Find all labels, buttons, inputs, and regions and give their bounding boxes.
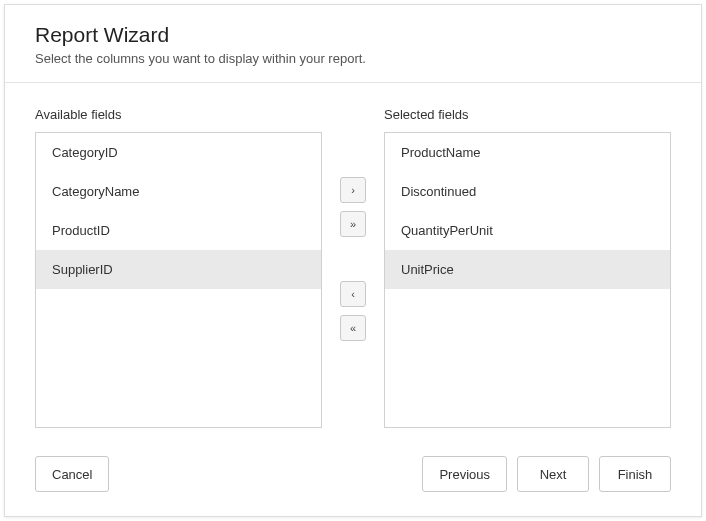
selected-column: Selected fields ProductNameDiscontinuedQ… [384,107,671,428]
dialog-subtitle: Select the columns you want to display w… [35,51,671,66]
add-all-button[interactable]: » [340,211,366,237]
available-item[interactable]: CategoryID [36,133,321,172]
mover-buttons-column: › » ‹ « [322,107,384,428]
available-column: Available fields CategoryIDCategoryNameP… [35,107,322,428]
remove-all-button[interactable]: « [340,315,366,341]
selected-item[interactable]: Discontinued [385,172,670,211]
selected-item[interactable]: UnitPrice [385,250,670,289]
selected-fields-listbox[interactable]: ProductNameDiscontinuedQuantityPerUnitUn… [384,132,671,428]
selected-item[interactable]: QuantityPerUnit [385,211,670,250]
add-button[interactable]: › [340,177,366,203]
dialog-content: Available fields CategoryIDCategoryNameP… [5,83,701,438]
report-wizard-dialog: Report Wizard Select the columns you wan… [4,4,702,517]
selected-item[interactable]: ProductName [385,133,670,172]
dialog-header: Report Wizard Select the columns you wan… [5,5,701,83]
finish-button[interactable]: Finish [599,456,671,492]
dialog-title: Report Wizard [35,23,671,47]
selected-fields-label: Selected fields [384,107,671,122]
previous-button[interactable]: Previous [422,456,507,492]
remove-button[interactable]: ‹ [340,281,366,307]
cancel-button[interactable]: Cancel [35,456,109,492]
next-button[interactable]: Next [517,456,589,492]
available-item[interactable]: ProductID [36,211,321,250]
available-fields-label: Available fields [35,107,322,122]
dialog-footer: Cancel Previous Next Finish [5,438,701,516]
available-item[interactable]: CategoryName [36,172,321,211]
available-item[interactable]: SupplierID [36,250,321,289]
available-fields-listbox[interactable]: CategoryIDCategoryNameProductIDSupplierI… [35,132,322,428]
